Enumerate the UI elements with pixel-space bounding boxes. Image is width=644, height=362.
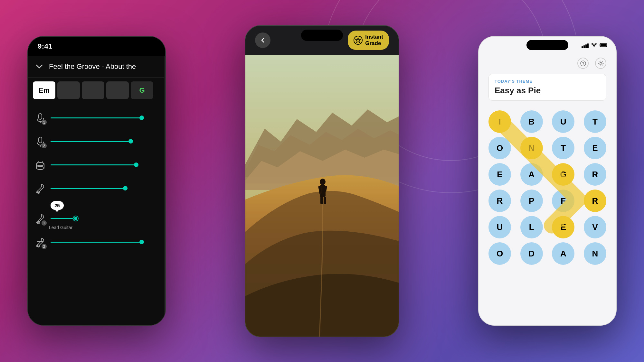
song-title: Feel the Groove - About the bbox=[49, 62, 136, 71]
grade-label: Grade bbox=[365, 40, 383, 47]
svg-point-7 bbox=[36, 166, 44, 170]
instant-label: Instant bbox=[365, 34, 383, 40]
right-dynamic-island bbox=[526, 40, 568, 50]
letter-cell-3-3[interactable]: R bbox=[584, 190, 606, 212]
track-row-4 bbox=[28, 177, 165, 200]
letter-cell-4-2[interactable]: E bbox=[552, 216, 574, 238]
letter-cell-5-0[interactable]: O bbox=[488, 242, 511, 265]
track6-slider[interactable] bbox=[51, 242, 160, 244]
center-separator bbox=[164, 56, 165, 326]
letter-cell-4-1[interactable]: L bbox=[520, 216, 543, 238]
center-top-bar: Instant Grade bbox=[245, 26, 399, 55]
chord-em[interactable]: Em bbox=[33, 81, 55, 99]
lead-guitar-icon: 1 bbox=[33, 212, 47, 226]
photo-container bbox=[245, 55, 399, 337]
track-row-6: 2 bbox=[28, 231, 165, 254]
svg-point-23 bbox=[594, 46, 595, 47]
theme-label: TODAY'S THEME bbox=[495, 79, 600, 84]
letter-cell-1-0[interactable]: O bbox=[488, 137, 511, 159]
grid-row-5: ODAN bbox=[488, 242, 606, 265]
tracks-container: 1 2 bbox=[28, 103, 165, 257]
letter-cell-2-1[interactable]: A bbox=[520, 163, 543, 186]
letter-cell-3-1[interactable]: P bbox=[520, 190, 543, 212]
grid-row-4: ULEV bbox=[488, 216, 606, 238]
letter-cell-5-1[interactable]: D bbox=[520, 242, 543, 265]
track-row-3 bbox=[28, 153, 165, 177]
letter-cell-2-2[interactable]: G bbox=[552, 163, 574, 186]
chord-3[interactable] bbox=[82, 81, 104, 99]
svg-marker-14 bbox=[355, 38, 361, 43]
theme-card: TODAY'S THEME Easy as Pie bbox=[488, 74, 606, 101]
track-row-5: 1 25 Lead Guitar bbox=[28, 200, 165, 231]
phone-left: 9:41 Feel the Groove - About the Em G bbox=[27, 36, 166, 326]
letter-cell-4-0[interactable]: U bbox=[488, 216, 511, 238]
grid-row-1: ONTE bbox=[488, 137, 606, 159]
svg-text:?: ? bbox=[582, 61, 584, 65]
letter-cell-1-3[interactable]: E bbox=[584, 137, 606, 159]
right-status-bar bbox=[479, 37, 616, 54]
track2-slider[interactable] bbox=[51, 141, 160, 143]
svg-rect-20 bbox=[324, 197, 326, 204]
svg-rect-0 bbox=[39, 114, 42, 119]
letter-cell-2-3[interactable]: R bbox=[584, 163, 606, 186]
track4-slider[interactable] bbox=[51, 188, 160, 190]
desert-photo bbox=[245, 55, 399, 337]
track3-slider[interactable] bbox=[51, 164, 160, 166]
letter-cell-0-1[interactable]: B bbox=[520, 110, 543, 133]
track5-slider[interactable] bbox=[51, 218, 160, 220]
chord-g[interactable]: G bbox=[131, 81, 153, 99]
track1-slider[interactable] bbox=[51, 117, 160, 119]
signal-icon bbox=[582, 43, 589, 48]
settings-button[interactable] bbox=[595, 58, 606, 69]
chord-bar: Em G bbox=[28, 78, 165, 103]
dynamic-island-center bbox=[301, 30, 343, 41]
music-app: Feel the Groove - About the Em G 1 bbox=[28, 56, 165, 326]
leadguitar-badge: 1 bbox=[42, 220, 47, 226]
back-button[interactable] bbox=[255, 32, 270, 48]
popup-value: 25 bbox=[54, 203, 60, 208]
letter-cell-1-1[interactable]: N bbox=[520, 137, 543, 159]
letter-cell-3-2[interactable]: F bbox=[552, 190, 574, 212]
letter-cell-0-3[interactable]: T bbox=[584, 110, 606, 133]
chord-2[interactable] bbox=[57, 81, 80, 99]
lead-guitar-popup: 25 bbox=[51, 201, 64, 212]
letter-cell-0-2[interactable]: U bbox=[552, 110, 574, 133]
svg-rect-2 bbox=[39, 137, 42, 143]
bassguitar-badge: 2 bbox=[42, 244, 47, 249]
notch bbox=[77, 39, 116, 49]
grid-row-0: IBUT bbox=[488, 110, 606, 133]
mic2-icon: 2 bbox=[33, 135, 47, 149]
right-status-icons bbox=[582, 43, 608, 49]
theme-value: Easy as Pie bbox=[495, 86, 600, 96]
phone-right: ? TODAY'S THEME Easy as Pie bbox=[478, 36, 617, 326]
svg-rect-19 bbox=[320, 196, 323, 204]
letter-grid: IBUTONTEEAGRRPFRULEVODAN bbox=[488, 107, 606, 272]
track-row-1: 1 bbox=[28, 107, 165, 130]
mic1-icon: 1 bbox=[33, 111, 47, 125]
track-row-2: 2 bbox=[28, 130, 165, 153]
drum-icon bbox=[33, 158, 47, 172]
grid-row-2: EAGR bbox=[488, 163, 606, 186]
wifi-icon bbox=[591, 43, 597, 49]
letter-cell-0-0[interactable]: I bbox=[488, 110, 511, 133]
chord-4[interactable] bbox=[106, 81, 129, 99]
svg-point-16 bbox=[320, 179, 326, 185]
lead-guitar-label: Lead Guitar bbox=[49, 225, 72, 230]
letter-cell-5-3[interactable]: N bbox=[584, 242, 606, 265]
left-status-bar: 9:41 bbox=[28, 37, 165, 56]
phone-center: Instant Grade bbox=[245, 25, 399, 337]
letter-cell-3-0[interactable]: R bbox=[488, 190, 511, 212]
track2-badge: 2 bbox=[42, 143, 47, 148]
chevron-down-icon[interactable] bbox=[34, 62, 44, 71]
wg-topbar: ? bbox=[488, 54, 606, 74]
letter-cell-4-3[interactable]: V bbox=[584, 216, 606, 238]
instant-grade-button[interactable]: Instant Grade bbox=[348, 31, 389, 50]
letter-cell-2-0[interactable]: E bbox=[488, 163, 511, 186]
help-button[interactable]: ? bbox=[577, 58, 589, 69]
battery-icon bbox=[600, 43, 608, 49]
guitar1-icon bbox=[33, 181, 47, 196]
status-time: 9:41 bbox=[38, 42, 52, 51]
song-header: Feel the Groove - About the bbox=[28, 56, 165, 78]
letter-cell-5-2[interactable]: A bbox=[552, 242, 574, 265]
letter-cell-1-2[interactable]: T bbox=[552, 137, 574, 159]
